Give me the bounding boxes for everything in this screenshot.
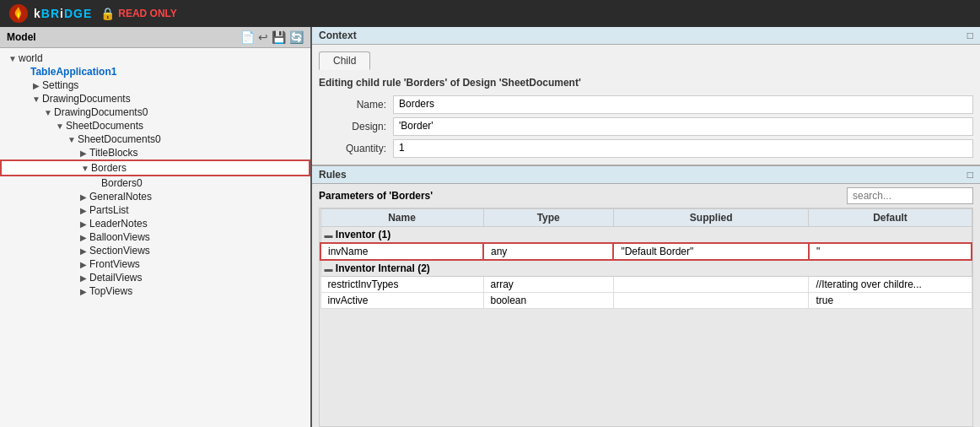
context-header: Context □: [312, 27, 980, 45]
tree-toggle: ▶: [78, 287, 89, 296]
read-only-label: READ ONLY: [118, 8, 177, 19]
lock-icon: 🔒: [100, 7, 115, 20]
child-tab-row: Child: [319, 51, 973, 70]
tree-label: TitleBlocks: [89, 147, 138, 159]
design-value: 'Border': [393, 117, 973, 136]
tree-item[interactable]: ▶ BalloonViews: [0, 230, 310, 244]
tree-toggle: ▶: [78, 149, 89, 158]
rules-body: Parameters of 'Borders' Name Type Suppli…: [312, 184, 980, 427]
tree-label: Borders: [91, 162, 127, 174]
table-group-row: ▬ Inventor Internal (2): [320, 260, 972, 277]
model-panel-title: Model: [7, 31, 36, 43]
rules-parameters-title: Parameters of 'Borders': [319, 190, 433, 202]
right-panel: Context □ Child Editing child rule 'Bord…: [312, 27, 980, 427]
rules-header-label: Rules: [319, 169, 347, 181]
col-header-type: Type: [483, 209, 613, 227]
tree-label: SheetDocuments0: [78, 133, 161, 145]
tree-item[interactable]: ▶ TopViews: [0, 284, 310, 298]
tree-toggle: ▶: [78, 273, 89, 283]
tree-item[interactable]: ▼ SheetDocuments: [0, 119, 310, 132]
child-tab[interactable]: Child: [319, 51, 370, 70]
rules-table: Name Type Supplied Default ▬ Inventor (1…: [320, 208, 972, 309]
rules-expand-icon[interactable]: □: [967, 169, 973, 181]
tree-label: TopViews: [89, 285, 132, 297]
tree-label: DetailViews: [89, 272, 142, 284]
top-bar: kBRiDGE 🔒 READ ONLY: [0, 0, 980, 27]
tree-item[interactable]: ▶ SectionViews: [0, 244, 310, 257]
tree-label: DrawingDocuments0: [54, 106, 148, 118]
cell-default: ": [809, 243, 972, 260]
toolbar-refresh-btn[interactable]: 🔄: [289, 30, 304, 44]
cell-type: boolean: [483, 293, 613, 309]
tree-item[interactable]: ▼ DrawingDocuments0: [0, 105, 310, 119]
tree-toggle: ▶: [78, 206, 89, 215]
tree-toggle: ▼: [54, 122, 66, 131]
tree-item[interactable]: ▶ FrontViews: [0, 257, 310, 271]
tree-label: SheetDocuments: [66, 120, 143, 132]
table-row[interactable]: invName any "Default Border" ": [320, 243, 972, 260]
tree-item[interactable]: ▶ Settings: [0, 78, 310, 92]
tree-label: PartsList: [89, 204, 129, 216]
tree-container: ▼ world TableApplication1 ▶ Settings ▼ D…: [0, 48, 310, 427]
col-header-supplied: Supplied: [613, 209, 809, 227]
context-section: Context □ Child Editing child rule 'Bord…: [312, 27, 980, 166]
rules-title-row: Parameters of 'Borders': [319, 187, 973, 204]
group-header-cell: ▬ Inventor (1): [320, 227, 972, 244]
tree-toggle: ▶: [78, 246, 89, 256]
table-row[interactable]: invActive boolean true: [320, 293, 972, 309]
tree-label: LeaderNotes: [89, 218, 148, 230]
search-input[interactable]: [847, 187, 973, 204]
tree-toggle: ▶: [30, 81, 42, 90]
context-header-label: Context: [319, 30, 357, 41]
table-group-row: ▬ Inventor (1): [320, 227, 972, 244]
tree-item[interactable]: ▼ Borders: [0, 159, 310, 176]
col-header-name: Name: [320, 209, 483, 227]
tree-label: Borders0: [101, 177, 143, 189]
tree-item[interactable]: ▶ PartsList: [0, 203, 310, 217]
tree-toggle: ▶: [78, 219, 89, 229]
cell-name: invName: [320, 243, 483, 260]
tree-label: DrawingDocuments: [42, 93, 131, 105]
context-expand-icon[interactable]: □: [967, 30, 973, 41]
tree-toggle: ▼: [42, 108, 54, 117]
main-layout: Model 📄 ↩ 💾 🔄 ▼ world TableApplication1 …: [0, 27, 980, 427]
tree-label: SectionViews: [89, 245, 150, 257]
tree-item[interactable]: ▼ world: [0, 51, 310, 65]
cell-supplied: [613, 277, 809, 293]
tree-toggle: ▼: [79, 164, 91, 173]
cell-supplied: "Default Border": [613, 243, 809, 260]
design-label: Design:: [319, 121, 386, 132]
tree-toggle: ▼: [30, 95, 42, 104]
tree-item[interactable]: ▶ DetailViews: [0, 271, 310, 284]
toolbar-save-btn[interactable]: 💾: [272, 30, 286, 44]
tree-item[interactable]: ▶ TitleBlocks: [0, 146, 310, 159]
tree-toggle: ▶: [78, 260, 89, 269]
tree-label: FrontViews: [89, 258, 140, 270]
cell-default: //Iterating over childre...: [809, 277, 972, 293]
tree-toggle: ▼: [66, 135, 78, 144]
cell-default: true: [809, 293, 972, 309]
context-form: Name: Borders Design: 'Border' Quantity:…: [319, 95, 973, 158]
cell-type: any: [483, 243, 613, 260]
cell-name: restrictInvTypes: [320, 277, 483, 293]
tree-item[interactable]: ▶ GeneralNotes: [0, 190, 310, 203]
toolbar-doc-btn[interactable]: 📄: [240, 30, 255, 44]
editing-rule-label: Editing child rule 'Borders' of Design '…: [319, 77, 973, 89]
tree-item[interactable]: TableApplication1: [0, 65, 310, 78]
left-panel: Model 📄 ↩ 💾 🔄 ▼ world TableApplication1 …: [0, 27, 312, 427]
table-row[interactable]: restrictInvTypes array //Iterating over …: [320, 277, 972, 293]
toolbar-undo-btn[interactable]: ↩: [258, 30, 268, 44]
name-label: Name:: [319, 99, 386, 111]
tree-item[interactable]: Borders0: [0, 176, 310, 190]
tree-item[interactable]: ▼ DrawingDocuments: [0, 92, 310, 105]
group-collapse-icon[interactable]: ▬: [325, 264, 333, 273]
group-collapse-icon[interactable]: ▬: [325, 230, 333, 240]
quantity-value: 1: [393, 139, 973, 158]
tree-item[interactable]: ▶ LeaderNotes: [0, 217, 310, 230]
tree-label: TableApplication1: [30, 66, 116, 78]
panel-toolbar: 📄 ↩ 💾 🔄: [240, 30, 304, 44]
cell-supplied: [613, 293, 809, 309]
tree-item[interactable]: ▼ SheetDocuments0: [0, 132, 310, 146]
cell-type: array: [483, 277, 613, 293]
tree-toggle: ▼: [7, 54, 19, 63]
